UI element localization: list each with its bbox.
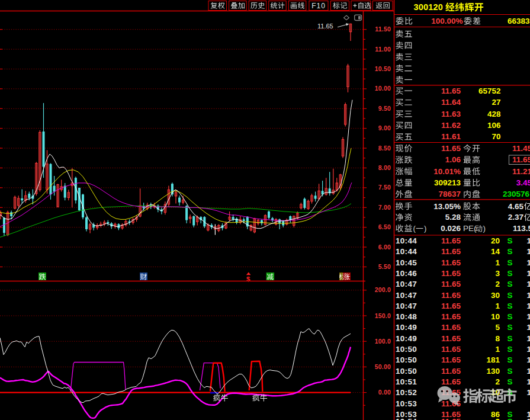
- svg-text:1: 1: [527, 323, 530, 332]
- svg-text:): ): [483, 224, 486, 233]
- svg-text:65752: 65752: [478, 86, 501, 95]
- svg-text:50.00: 50.00: [375, 363, 391, 370]
- svg-text:1: 1: [527, 291, 530, 300]
- svg-text:130: 130: [486, 367, 500, 376]
- svg-text:11.65: 11.65: [441, 345, 461, 354]
- svg-text:4.65: 4.65: [508, 202, 524, 211]
- svg-text:181: 181: [486, 355, 500, 364]
- svg-text:11.50: 11.50: [375, 25, 391, 33]
- svg-text:230576: 230576: [503, 190, 530, 198]
- svg-text:14: 14: [491, 247, 500, 256]
- svg-text:1: 1: [527, 247, 530, 256]
- svg-text:1: 1: [527, 280, 530, 288]
- svg-text:7.50: 7.50: [378, 184, 391, 191]
- svg-text:11.65: 11.65: [317, 23, 333, 30]
- svg-text:8.00: 8.00: [378, 164, 391, 171]
- svg-text:9.50: 9.50: [378, 105, 391, 112]
- svg-text:11.65: 11.65: [441, 269, 461, 278]
- svg-text:11.65: 11.65: [441, 247, 461, 256]
- svg-text:1: 1: [527, 377, 530, 386]
- svg-text:9.00: 9.00: [378, 124, 391, 132]
- svg-text:11.65: 11.65: [441, 144, 461, 153]
- svg-text:11.65: 11.65: [441, 86, 461, 95]
- svg-text:0.026: 0.026: [441, 224, 461, 233]
- svg-text:11.65: 11.65: [441, 291, 461, 300]
- svg-text:1: 1: [527, 417, 530, 420]
- svg-text:10:50: 10:50: [396, 345, 417, 354]
- svg-text:S: S: [507, 280, 513, 288]
- svg-text:8.50: 8.50: [378, 145, 391, 152]
- svg-text:1: 1: [527, 302, 530, 310]
- svg-text:S: S: [507, 236, 513, 245]
- svg-text:S: S: [507, 367, 513, 376]
- svg-text:11.65: 11.65: [512, 155, 530, 164]
- svg-text:S: S: [507, 258, 513, 267]
- svg-text:10:46: 10:46: [396, 269, 417, 278]
- svg-text:70: 70: [492, 132, 500, 141]
- svg-text:100.0: 100.0: [375, 338, 391, 345]
- svg-text:5.50: 5.50: [378, 263, 391, 270]
- svg-text:10:47: 10:47: [396, 280, 417, 288]
- svg-text:10:54: 10:54: [396, 417, 417, 420]
- svg-text:150.0: 150.0: [375, 312, 391, 319]
- svg-text:PE(: PE(: [463, 224, 477, 233]
- svg-text:113.5: 113.5: [513, 224, 530, 233]
- svg-text:S: S: [507, 312, 513, 321]
- svg-text:11.65: 11.65: [441, 302, 461, 310]
- svg-text:10:50: 10:50: [396, 355, 417, 364]
- svg-text:11.65: 11.65: [441, 355, 461, 364]
- svg-text:2: 2: [495, 377, 500, 386]
- svg-text:11.65: 11.65: [441, 323, 461, 332]
- svg-text:1: 1: [527, 355, 530, 364]
- svg-text:S: S: [507, 377, 513, 386]
- svg-text:1.06: 1.06: [445, 155, 461, 164]
- svg-text:5: 5: [495, 323, 500, 332]
- svg-text:6.50: 6.50: [378, 223, 391, 230]
- svg-text:S: S: [507, 323, 513, 332]
- svg-text:100.00%: 100.00%: [431, 17, 462, 25]
- svg-text:1: 1: [527, 334, 530, 343]
- svg-text:11.62: 11.62: [441, 121, 461, 130]
- svg-text:1: 1: [527, 236, 530, 245]
- svg-text:300120: 300120: [414, 2, 444, 12]
- svg-text:S: S: [507, 302, 513, 310]
- svg-text:S: S: [507, 417, 513, 420]
- svg-text:10:44: 10:44: [396, 247, 417, 256]
- svg-text:10.01%: 10.01%: [433, 167, 461, 176]
- svg-text:10:49: 10:49: [396, 334, 417, 343]
- svg-text:8: 8: [495, 334, 500, 343]
- svg-text:10: 10: [491, 312, 500, 321]
- svg-text:11.61: 11.61: [441, 132, 461, 141]
- svg-text:F10: F10: [311, 2, 326, 10]
- svg-text:10:47: 10:47: [396, 291, 417, 300]
- svg-text:7.00: 7.00: [378, 204, 391, 211]
- svg-text:S: S: [507, 355, 513, 364]
- svg-text:S: S: [507, 345, 513, 354]
- svg-text:6.00: 6.00: [378, 243, 391, 251]
- svg-text:1: 1: [527, 258, 530, 267]
- svg-text:S: S: [507, 247, 513, 256]
- svg-text:428: 428: [487, 110, 501, 118]
- svg-text:11.65: 11.65: [441, 258, 461, 267]
- svg-text:11.65: 11.65: [441, 312, 461, 321]
- svg-text:3.45: 3.45: [516, 178, 530, 187]
- svg-text:10:50: 10:50: [396, 367, 417, 376]
- svg-text:10:53: 10:53: [396, 399, 417, 408]
- svg-text:1: 1: [495, 345, 500, 354]
- svg-text:1: 1: [495, 302, 500, 310]
- svg-text:27: 27: [492, 98, 500, 107]
- svg-text:11.65: 11.65: [441, 334, 461, 343]
- svg-text:10.50: 10.50: [375, 65, 391, 72]
- svg-text:78637: 78637: [438, 190, 461, 198]
- svg-text:11.63: 11.63: [441, 110, 461, 118]
- svg-text:10:48: 10:48: [396, 312, 417, 321]
- svg-text:S: S: [507, 334, 513, 343]
- svg-text:10:47: 10:47: [396, 302, 417, 310]
- svg-text:11.65: 11.65: [441, 367, 461, 376]
- svg-text:11.65: 11.65: [441, 280, 461, 288]
- svg-text:10:45: 10:45: [396, 258, 417, 267]
- svg-text:309213: 309213: [434, 178, 461, 187]
- svg-text:200.0: 200.0: [375, 286, 391, 293]
- svg-text:(: (: [413, 224, 416, 233]
- svg-text:106: 106: [487, 121, 501, 130]
